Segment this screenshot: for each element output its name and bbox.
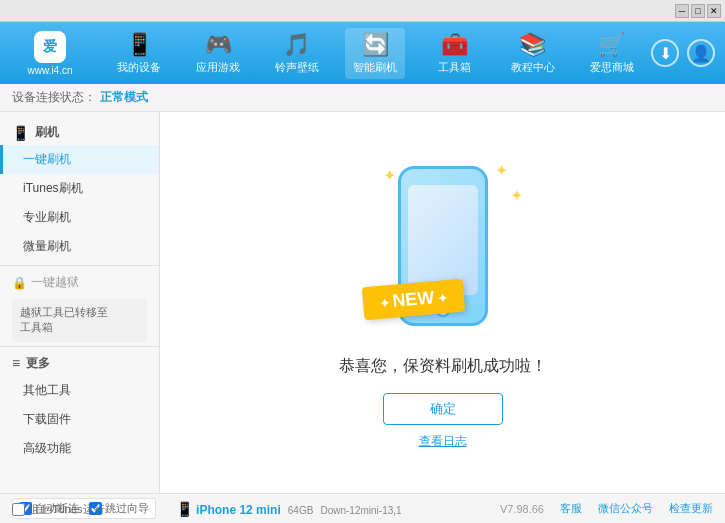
nav-item-store[interactable]: 🛒 爱思商城 — [582, 28, 642, 79]
confirm-button[interactable]: 确定 — [383, 393, 503, 425]
nav-label-store: 爱思商城 — [590, 60, 634, 75]
device-info: 📱 iPhone 12 mini 64GB Down-12mini-13,1 — [176, 501, 402, 517]
title-bar: ─ □ ✕ — [0, 0, 725, 22]
sidebar: 📱 刷机 一键刷机 iTunes刷机 专业刷机 微量刷机 🔒 一键越狱 越狱工具… — [0, 112, 160, 493]
wechat-link[interactable]: 微信公众号 — [598, 501, 653, 516]
content-area: ✦ ✦ ✦ NEW 恭喜您，保资料刷机成功啦！ 确定 查看日志 — [160, 112, 725, 493]
device-name: iPhone 12 mini — [196, 503, 281, 517]
nav-item-my-device[interactable]: 📱 我的设备 — [109, 28, 169, 79]
bottom-right: V7.98.66 客服 微信公众号 检查更新 — [500, 501, 713, 516]
nav-label-apps-games: 应用游戏 — [196, 60, 240, 75]
nav-item-tutorial[interactable]: 📚 教程中心 — [503, 28, 563, 79]
nav-label-smart-flash: 智能刷机 — [353, 60, 397, 75]
lock-icon: 🔒 — [12, 276, 27, 290]
status-bar: 设备连接状态： 正常模式 — [0, 84, 725, 112]
minimize-button[interactable]: ─ — [675, 4, 689, 18]
nav-label-my-device: 我的设备 — [117, 60, 161, 75]
nav-item-smart-flash[interactable]: 🔄 智能刷机 — [345, 28, 405, 79]
support-link[interactable]: 客服 — [560, 501, 582, 516]
itunes-flash-label: iTunes刷机 — [23, 181, 83, 195]
check-update-link[interactable]: 检查更新 — [669, 501, 713, 516]
sidebar-section-flash: 📱 刷机 — [0, 120, 159, 145]
download-button[interactable]: ⬇ — [651, 39, 679, 67]
sidebar-divider-2 — [0, 346, 159, 347]
phone-illustration: ✦ ✦ ✦ NEW — [353, 156, 533, 336]
nav-icon-store: 🛒 — [598, 32, 625, 58]
sparkle-3: ✦ — [510, 186, 523, 205]
flash-section-label: 刷机 — [35, 124, 59, 141]
stop-itunes-label: 阻止iTunes运行 — [28, 502, 105, 517]
sidebar-locked-jailbreak: 🔒 一键越狱 — [0, 270, 159, 295]
sidebar-divider-1 — [0, 265, 159, 266]
nav-icon-wallpaper: 🎵 — [283, 32, 310, 58]
success-text: 恭喜您，保资料刷机成功啦！ — [339, 356, 547, 377]
other-tools-label: 其他工具 — [23, 383, 71, 397]
sparkle-2: ✦ — [495, 161, 508, 180]
device-storage: 64GB — [288, 505, 314, 516]
flash-section-icon: 📱 — [12, 125, 29, 141]
stop-itunes: 阻止iTunes运行 — [12, 502, 105, 517]
device-model: Down-12mini-13,1 — [320, 505, 401, 516]
nav-icon-tutorial: 📚 — [519, 32, 546, 58]
nav-item-toolbox[interactable]: 🧰 工具箱 — [424, 28, 484, 79]
nav-label-tutorial: 教程中心 — [511, 60, 555, 75]
nav-right: ⬇ 👤 — [651, 39, 715, 67]
locked-label: 一键越狱 — [31, 274, 79, 291]
status-value: 正常模式 — [100, 89, 148, 106]
logo-icon: 爱 — [34, 31, 66, 63]
advanced-label: 高级功能 — [23, 441, 71, 455]
version-label: V7.98.66 — [500, 503, 544, 515]
logo: 爱 www.i4.cn — [10, 31, 90, 76]
more-section-label: 更多 — [26, 355, 50, 372]
sidebar-item-micro-flash[interactable]: 微量刷机 — [0, 232, 159, 261]
nav-label-toolbox: 工具箱 — [438, 60, 471, 75]
bottom-bar: 自动断连 跳过向导 📱 iPhone 12 mini 64GB Down-12m… — [0, 493, 725, 523]
nav-icon-smart-flash: 🔄 — [362, 32, 389, 58]
user-button[interactable]: 👤 — [687, 39, 715, 67]
more-section-icon: ≡ — [12, 355, 20, 371]
sidebar-note-text: 越狱工具已转移至工具箱 — [20, 306, 108, 333]
nav-icon-my-device: 📱 — [126, 32, 153, 58]
close-button[interactable]: ✕ — [707, 4, 721, 18]
logo-char: 爱 — [43, 38, 57, 56]
main-area: 📱 刷机 一键刷机 iTunes刷机 专业刷机 微量刷机 🔒 一键越狱 越狱工具… — [0, 112, 725, 493]
top-nav: 爱 www.i4.cn 📱 我的设备 🎮 应用游戏 🎵 铃声壁纸 🔄 智能刷机 … — [0, 22, 725, 84]
nav-item-apps-games[interactable]: 🎮 应用游戏 — [188, 28, 248, 79]
sidebar-item-one-click-flash[interactable]: 一键刷机 — [0, 145, 159, 174]
sidebar-item-itunes-flash[interactable]: iTunes刷机 — [0, 174, 159, 203]
secondary-link[interactable]: 查看日志 — [419, 433, 467, 450]
sidebar-item-advanced[interactable]: 高级功能 — [0, 434, 159, 463]
stop-itunes-checkbox[interactable] — [12, 503, 25, 516]
status-label: 设备连接状态： — [12, 89, 96, 106]
sidebar-note: 越狱工具已转移至工具箱 — [12, 299, 147, 342]
sidebar-section-more: ≡ 更多 — [0, 351, 159, 376]
micro-flash-label: 微量刷机 — [23, 239, 71, 253]
sidebar-item-download-firmware[interactable]: 下载固件 — [0, 405, 159, 434]
skip-wizard-label: 跳过向导 — [105, 501, 149, 516]
window-controls[interactable]: ─ □ ✕ — [675, 4, 721, 18]
phone-screen — [408, 185, 478, 295]
sparkle-1: ✦ — [383, 166, 396, 185]
nav-label-wallpaper: 铃声壁纸 — [275, 60, 319, 75]
nav-icon-apps-games: 🎮 — [205, 32, 232, 58]
logo-url: www.i4.cn — [27, 65, 72, 76]
one-click-flash-label: 一键刷机 — [23, 152, 71, 166]
maximize-button[interactable]: □ — [691, 4, 705, 18]
download-firmware-label: 下载固件 — [23, 412, 71, 426]
sidebar-item-other-tools[interactable]: 其他工具 — [0, 376, 159, 405]
nav-icon-toolbox: 🧰 — [441, 32, 468, 58]
pro-flash-label: 专业刷机 — [23, 210, 71, 224]
nav-item-wallpaper[interactable]: 🎵 铃声壁纸 — [267, 28, 327, 79]
device-icon: 📱 — [176, 501, 193, 517]
sidebar-item-pro-flash[interactable]: 专业刷机 — [0, 203, 159, 232]
nav-items: 📱 我的设备 🎮 应用游戏 🎵 铃声壁纸 🔄 智能刷机 🧰 工具箱 📚 教程中心 — [100, 28, 651, 79]
